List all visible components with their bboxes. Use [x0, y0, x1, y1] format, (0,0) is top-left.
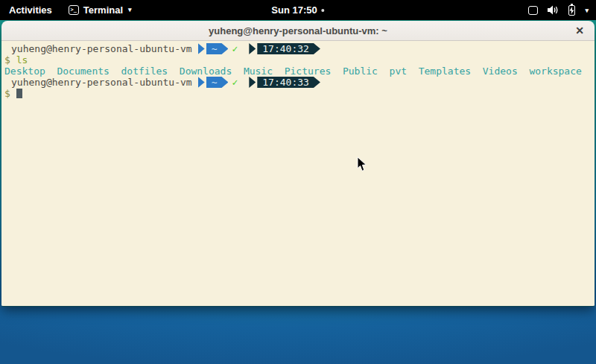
- prompt-symbol: $: [4, 88, 10, 99]
- status-check-icon: ✓: [232, 77, 238, 88]
- command-text: ls: [16, 54, 28, 66]
- prompt-line-1: yuheng@henry-personal-ubuntu-vm ~ ✓ 17:4…: [4, 43, 595, 54]
- terminal-body[interactable]: yuheng@henry-personal-ubuntu-vm ~ ✓ 17:4…: [1, 41, 595, 306]
- prompt-user: yuheng@henry-personal-ubuntu-vm: [11, 77, 192, 88]
- volume-icon: [548, 5, 559, 15]
- system-menu-chevron-icon: ▾: [585, 7, 589, 14]
- powerline-arrow-icon: [198, 43, 205, 54]
- prompt-line-2: yuheng@henry-personal-ubuntu-vm ~ ✓ 17:4…: [4, 77, 595, 88]
- prompt-user: yuheng@henry-personal-ubuntu-vm: [11, 43, 192, 54]
- app-menu-label: Terminal: [83, 4, 123, 16]
- prompt-symbol: $: [4, 54, 10, 66]
- prompt-time-segment: 17:40:32: [257, 43, 320, 54]
- prompt-time-segment: 17:40:33: [257, 77, 320, 88]
- system-status-area[interactable]: ▾: [528, 0, 596, 20]
- prompt-path-segment: ~: [206, 43, 229, 54]
- clock-label: Sun 17:50: [271, 4, 317, 16]
- chevron-down-icon: ▾: [128, 7, 132, 13]
- powerline-arrow-icon: [249, 77, 256, 88]
- notification-dot: [322, 9, 325, 12]
- window-title-bar[interactable]: yuheng@henry-personal-ubuntu-vm: ~ ✕: [1, 21, 595, 41]
- powerline-arrow-icon: [198, 77, 205, 88]
- terminal-window: yuheng@henry-personal-ubuntu-vm: ~ ✕ yuh…: [1, 21, 595, 307]
- status-check-icon: ✓: [232, 43, 238, 54]
- app-menu-terminal[interactable]: >_ Terminal ▾: [61, 0, 139, 20]
- input-line[interactable]: $: [4, 88, 595, 99]
- window-title: yuheng@henry-personal-ubuntu-vm: ~: [209, 25, 387, 36]
- powerline-arrow-icon: [249, 43, 256, 54]
- clock-button[interactable]: Sun 17:50: [271, 4, 324, 16]
- activities-button[interactable]: Activities: [0, 0, 61, 20]
- terminal-icon: >_: [69, 5, 79, 15]
- command-line: $ ls: [4, 54, 595, 66]
- battery-charging-icon: [568, 5, 575, 16]
- screen-cast-icon: [528, 6, 538, 15]
- text-cursor: [16, 89, 22, 98]
- close-icon[interactable]: ✕: [575, 25, 584, 36]
- top-bar: Activities >_ Terminal ▾ Sun 17:50 ▾: [0, 0, 596, 20]
- ls-output: Desktop Documents dotfiles Downloads Mus…: [4, 66, 595, 77]
- prompt-path-segment: ~: [206, 77, 229, 88]
